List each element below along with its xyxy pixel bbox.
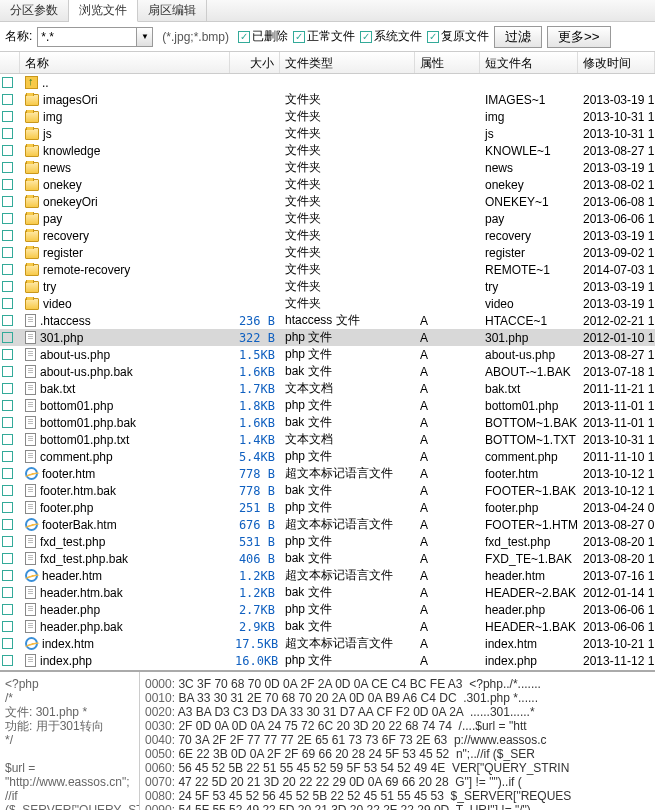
row-checkbox[interactable] — [2, 179, 13, 190]
col-name[interactable]: 名称 — [20, 52, 230, 73]
table-row[interactable]: onekey文件夹onekey2013-08-02 1 — [0, 176, 655, 193]
table-row[interactable]: pay文件夹pay2013-06-06 1 — [0, 210, 655, 227]
row-checkbox[interactable] — [2, 536, 13, 547]
row-checkbox[interactable] — [2, 468, 13, 479]
row-checkbox[interactable] — [2, 604, 13, 615]
file-icon — [25, 314, 36, 327]
table-row[interactable]: index.php16.0KBphp 文件Aindex.php2013-11-1… — [0, 652, 655, 668]
row-checkbox[interactable] — [2, 230, 13, 241]
row-checkbox[interactable] — [2, 349, 13, 360]
table-row[interactable]: fxd_test.php531 Bphp 文件Afxd_test.php2013… — [0, 533, 655, 550]
filter-dropdown[interactable]: ▼ — [137, 27, 153, 47]
row-checkbox[interactable] — [2, 383, 13, 394]
table-row[interactable]: about-us.php.bak1.6KBbak 文件AABOUT-~1.BAK… — [0, 363, 655, 380]
filter-input[interactable] — [37, 27, 137, 47]
tab-browse-files[interactable]: 浏览文件 — [69, 0, 138, 22]
row-checkbox[interactable] — [2, 485, 13, 496]
row-checkbox[interactable] — [2, 655, 13, 666]
table-row[interactable]: 301.php322 Bphp 文件A301.php2012-01-10 1 — [0, 329, 655, 346]
file-type: php 文件 — [280, 448, 415, 465]
row-checkbox[interactable] — [2, 94, 13, 105]
tab-partition-params[interactable]: 分区参数 — [0, 0, 69, 21]
text-preview[interactable]: <?php /* 文件: 301.php * 功能: 用于301转向 */ $u… — [0, 672, 140, 810]
row-checkbox[interactable] — [2, 553, 13, 564]
table-row[interactable]: comment.php5.4KBphp 文件Acomment.php2011-1… — [0, 448, 655, 465]
table-row[interactable]: bak.txt1.7KB文本文档Abak.txt2011-11-21 1 — [0, 380, 655, 397]
row-checkbox[interactable] — [2, 264, 13, 275]
row-checkbox[interactable] — [2, 247, 13, 258]
col-type[interactable]: 文件类型 — [280, 52, 415, 73]
row-checkbox[interactable] — [2, 366, 13, 377]
row-checkbox[interactable] — [2, 281, 13, 292]
row-checkbox[interactable] — [2, 213, 13, 224]
table-row[interactable]: bottom01.php1.8KBphp 文件Abottom01.php2013… — [0, 397, 655, 414]
col-check[interactable] — [0, 52, 20, 73]
table-row[interactable]: header.php2.7KBphp 文件Aheader.php2013-06-… — [0, 601, 655, 618]
row-checkbox[interactable] — [2, 145, 13, 156]
check-normal[interactable]: ✓正常文件 — [293, 28, 355, 45]
col-size[interactable]: 大小 — [230, 52, 280, 73]
table-row[interactable]: footer.htm778 B超文本标记语言文件Afooter.htm2013-… — [0, 465, 655, 482]
table-row[interactable]: header.php.bak2.9KBbak 文件AHEADER~1.BAK20… — [0, 618, 655, 635]
row-checkbox[interactable] — [2, 417, 13, 428]
table-row[interactable]: footer.php251 Bphp 文件Afooter.php2013-04-… — [0, 499, 655, 516]
table-row[interactable]: news文件夹news2013-03-19 1 — [0, 159, 655, 176]
row-checkbox[interactable] — [2, 196, 13, 207]
table-row[interactable]: header.htm.bak1.2KBbak 文件AHEADER~2.BAK20… — [0, 584, 655, 601]
table-row[interactable]: header.htm1.2KB超文本标记语言文件Aheader.htm2013-… — [0, 567, 655, 584]
col-shortname[interactable]: 短文件名 — [480, 52, 578, 73]
table-row[interactable]: bottom01.php.txt1.4KB文本文档ABOTTOM~1.TXT20… — [0, 431, 655, 448]
col-attr[interactable]: 属性 — [415, 52, 480, 73]
ie-icon — [25, 467, 38, 480]
table-row[interactable]: recovery文件夹recovery2013-03-19 1 — [0, 227, 655, 244]
table-row[interactable]: about-us.php1.5KBphp 文件Aabout-us.php2013… — [0, 346, 655, 363]
row-checkbox[interactable] — [2, 315, 13, 326]
row-checkbox[interactable] — [2, 111, 13, 122]
folder-icon — [25, 162, 39, 174]
file-mtime: 2013-07-16 1 — [578, 569, 655, 583]
table-row[interactable]: imagesOri文件夹IMAGES~12013-03-19 1 — [0, 91, 655, 108]
row-checkbox[interactable] — [2, 162, 13, 173]
table-row[interactable]: onekeyOri文件夹ONEKEY~12013-06-08 1 — [0, 193, 655, 210]
col-mtime[interactable]: 修改时间 — [578, 52, 655, 73]
row-checkbox[interactable] — [2, 434, 13, 445]
table-row[interactable]: img文件夹img2013-10-31 1 — [0, 108, 655, 125]
table-row[interactable]: try文件夹try2013-03-19 1 — [0, 278, 655, 295]
table-row[interactable]: index.htm17.5KB超文本标记语言文件Aindex.htm2013-1… — [0, 635, 655, 652]
row-checkbox[interactable] — [2, 587, 13, 598]
check-recover[interactable]: ✓复原文件 — [427, 28, 489, 45]
file-shortname: index.php — [480, 654, 578, 668]
row-checkbox[interactable] — [2, 502, 13, 513]
table-row[interactable]: .htaccess236 Bhtaccess 文件AHTACCE~12012-0… — [0, 312, 655, 329]
file-rows[interactable]: ..imagesOri文件夹IMAGES~12013-03-19 1img文件夹… — [0, 74, 655, 668]
table-row[interactable]: video文件夹video2013-03-19 1 — [0, 295, 655, 312]
file-name: img — [43, 110, 62, 124]
row-checkbox[interactable] — [2, 332, 13, 343]
table-row[interactable]: .. — [0, 74, 655, 91]
filter-button[interactable]: 过滤 — [494, 26, 542, 48]
more-button[interactable]: 更多>> — [547, 26, 611, 48]
row-checkbox[interactable] — [2, 621, 13, 632]
table-row[interactable]: fxd_test.php.bak406 Bbak 文件AFXD_TE~1.BAK… — [0, 550, 655, 567]
table-row[interactable]: knowledge文件夹KNOWLE~12013-08-27 1 — [0, 142, 655, 159]
check-system[interactable]: ✓系统文件 — [360, 28, 422, 45]
row-checkbox[interactable] — [2, 638, 13, 649]
hex-preview[interactable]: 0000: 3C 3F 70 68 70 0D 0A 2F 2A 0D 0A C… — [140, 672, 655, 810]
table-row[interactable]: footerBak.htm676 B超文本标记语言文件AFOOTER~1.HTM… — [0, 516, 655, 533]
row-checkbox[interactable] — [2, 519, 13, 530]
row-checkbox[interactable] — [2, 451, 13, 462]
row-checkbox[interactable] — [2, 400, 13, 411]
table-row[interactable]: remote-recovery文件夹REMOTE~12014-07-03 1 — [0, 261, 655, 278]
table-row[interactable]: js文件夹js2013-10-31 1 — [0, 125, 655, 142]
table-row[interactable]: footer.htm.bak778 Bbak 文件AFOOTER~1.BAK20… — [0, 482, 655, 499]
check-deleted[interactable]: ✓已删除 — [238, 28, 288, 45]
table-row[interactable]: bottom01.php.bak1.6KBbak 文件ABOTTOM~1.BAK… — [0, 414, 655, 431]
tab-sector-edit[interactable]: 扇区编辑 — [138, 0, 207, 21]
folder-icon — [25, 111, 39, 123]
row-checkbox[interactable] — [2, 298, 13, 309]
row-checkbox[interactable] — [2, 77, 13, 88]
table-row[interactable]: register文件夹register2013-09-02 1 — [0, 244, 655, 261]
row-checkbox[interactable] — [2, 128, 13, 139]
row-checkbox[interactable] — [2, 570, 13, 581]
file-mtime: 2013-06-06 1 — [578, 212, 655, 226]
